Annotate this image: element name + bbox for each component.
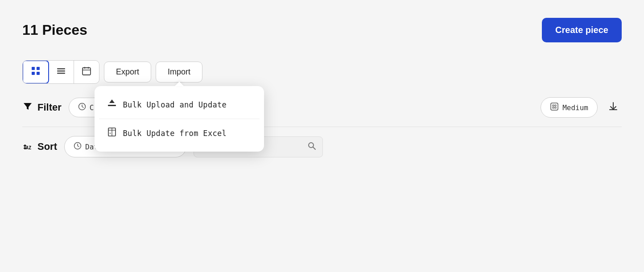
sort-icon: ↕ AZ [22,140,33,153]
sort-select-icon [74,142,82,152]
import-dropdown-wrapper: Import Bulk Upload and Update [156,62,202,82]
download-button[interactable] [605,98,622,117]
filter-icon [22,101,33,114]
svg-rect-6 [57,73,65,74]
view-grid-button[interactable] [22,60,49,84]
svg-rect-22 [555,107,556,108]
svg-rect-4 [57,68,65,70]
medium-icon [550,102,559,113]
export-button[interactable]: Export [104,62,151,82]
svg-rect-3 [37,72,40,75]
svg-rect-2 [32,72,35,75]
svg-rect-8 [84,67,85,69]
svg-rect-9 [88,67,89,69]
import-button[interactable]: Import [156,62,202,82]
bulk-upload-icon [107,99,117,111]
svg-rect-19 [553,105,554,106]
import-dropdown-popup: Bulk Upload and Update ✕ Bulk Update fro… [95,86,264,152]
search-button[interactable] [307,141,316,152]
filter-label: Filter [22,101,62,114]
svg-text:AZ: AZ [26,145,31,150]
svg-rect-21 [553,107,554,108]
svg-rect-1 [37,67,40,70]
creation-year-chip-icon [78,103,86,112]
view-calendar-button[interactable] [74,61,99,83]
svg-rect-7 [83,68,91,75]
svg-text:✕: ✕ [109,132,111,135]
svg-rect-18 [551,103,558,110]
bulk-upload-update-item[interactable]: Bulk Upload and Update [95,91,264,119]
excel-icon: ✕ [107,127,117,139]
medium-label: Medium [562,103,588,112]
create-piece-button[interactable]: Create piece [542,18,622,42]
view-toggle-group [22,60,99,84]
page-title: 11 Pieces [22,22,87,38]
svg-marker-12 [109,99,115,103]
view-list-button[interactable] [49,61,74,83]
filter-text: Filter [37,102,62,113]
bulk-update-excel-item[interactable]: ✕ Bulk Update from Excel [95,119,264,147]
medium-chip[interactable]: Medium [541,97,598,118]
sort-label: ↕ AZ Sort [22,140,57,153]
page-header: 11 Pieces Create piece [22,18,622,42]
svg-rect-20 [555,105,556,106]
svg-line-28 [313,147,315,149]
toolbar: Export Import Bulk Upload and Update [22,60,622,84]
svg-rect-0 [32,67,35,70]
sort-text: Sort [37,141,57,152]
svg-rect-5 [57,70,65,72]
svg-rect-11 [108,105,116,106]
